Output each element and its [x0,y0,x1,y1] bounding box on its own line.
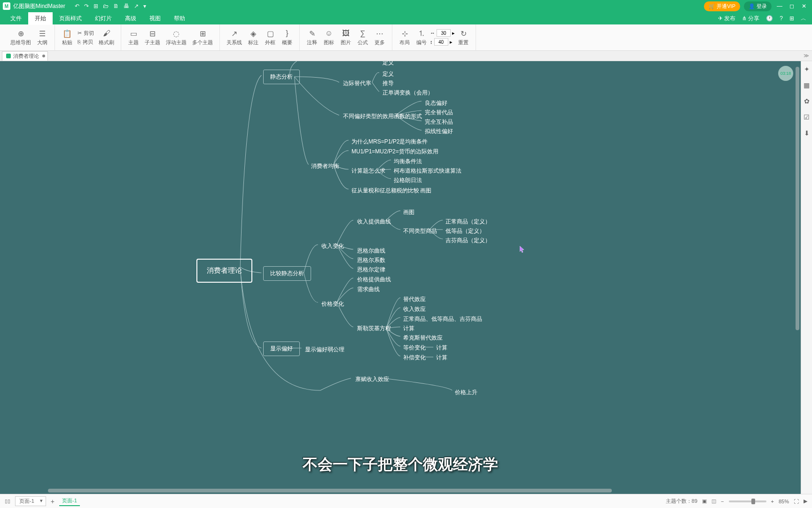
qat-dropdown-icon[interactable]: ▾ [143,3,146,9]
node[interactable]: 拉格朗日法 [391,175,425,186]
paste-button[interactable]: 📋粘贴 [59,29,76,46]
node[interactable]: 补偿变化 [400,352,429,363]
menu-view[interactable]: 视图 [143,12,167,25]
node[interactable]: 吉芬商品（定义） [443,235,493,246]
relation-button[interactable]: ↗关系线 [224,29,245,46]
zoom-slider[interactable] [729,500,766,502]
node[interactable]: 为什么MRS=P1/P2是均衡条件 [349,136,430,147]
number-button[interactable]: ⒈编号 [413,29,430,46]
floating-topic-button[interactable]: ◌浮动主题 [163,29,189,46]
width-input[interactable] [437,29,451,37]
zoom-thumb[interactable] [751,499,755,504]
outline-view-button[interactable]: ☰大纲 [34,29,51,46]
node-mrs[interactable]: 边际替代率 [340,78,374,89]
history-icon[interactable]: 🕐 [766,15,773,22]
publish-button[interactable]: ✈ 发布 [718,15,735,23]
more-button[interactable]: ⋯更多 [371,29,388,46]
ribbon-icon-button[interactable]: ☺图标 [320,29,337,46]
document-tab[interactable]: 消费者理论 [2,51,48,61]
boundary-button[interactable]: ▢外框 [262,29,279,46]
node-static-analysis[interactable]: 静态分析 [263,70,300,84]
node[interactable]: 征从量税和征总额税的比较 [349,185,422,196]
grid-icon[interactable]: ⊞ [789,15,794,22]
present-icon[interactable]: ▶ [804,498,807,504]
login-button[interactable]: 👤登录 [744,1,772,11]
share-button[interactable]: ⋔ 分享 [742,15,759,23]
icon-panel-icon[interactable]: ✿ [803,97,811,105]
node[interactable]: 不同类型商品 [400,226,440,237]
summary-button[interactable]: }概要 [279,29,296,46]
print-icon[interactable]: 🖶 [124,3,129,9]
help-icon[interactable]: ? [780,15,783,22]
page-tab-1[interactable]: 页面-1 [59,496,80,506]
scrollbar-thumb[interactable] [796,67,799,330]
formula-button[interactable]: ∑公式 [354,29,371,46]
add-page-button[interactable]: + [51,498,55,505]
node-utility-forms[interactable]: 不同偏好类型的效用函数的形式 [340,111,425,122]
node[interactable]: 画图 [400,207,417,218]
copy-button[interactable]: ⎘拷贝 [76,38,96,46]
horizontal-scrollbar[interactable] [1,488,795,493]
collapse-tabs-icon[interactable]: ≫ [804,53,809,59]
note-button[interactable]: ✎注释 [304,29,320,46]
close-icon[interactable]: ✕ [800,3,808,9]
style-panel-icon[interactable]: ✦ [803,65,811,73]
canvas[interactable]: 消费者理论 静态分析 比较静态分析 显示偏好 定义 边际替代率 定义 推导 正单… [0,61,801,494]
scrollbar-thumb[interactable] [48,489,612,492]
node-endowment[interactable]: 禀赋收入效应 [352,374,392,385]
subtopic-button[interactable]: ⊟子主题 [142,29,163,46]
stepper-icon[interactable]: ▸ [450,39,453,45]
page-panel-icon[interactable]: ▦ [803,81,811,89]
open-icon[interactable]: 🗁 [103,3,109,9]
menu-file[interactable]: 文件 [4,12,28,25]
cut-button[interactable]: ✂剪切 [76,29,96,37]
export-icon[interactable]: ↗ [134,3,139,9]
node[interactable]: 价格提供曲线 [354,274,394,285]
fit-page-icon[interactable]: ▣ [702,498,707,504]
menu-pagestyle[interactable]: 页面样式 [53,12,88,25]
node[interactable]: 收入效应 [400,304,429,315]
zoom-out-button[interactable]: − [721,499,724,504]
mindmap-view-button[interactable]: ⊕思维导图 [8,29,34,46]
topic-button[interactable]: ▭主题 [125,29,142,46]
new-icon[interactable]: ⊞ [94,3,98,9]
vertical-scrollbar[interactable] [795,62,800,488]
menu-slideshow[interactable]: 幻灯片 [88,12,118,25]
height-input[interactable] [434,38,448,46]
clipart-panel-icon[interactable]: ☑ [803,113,811,121]
zoom-in-button[interactable]: + [771,499,774,504]
node[interactable]: 恩格尔定律 [354,264,388,275]
menu-advanced[interactable]: 高级 [118,12,143,25]
page-list-icon[interactable]: ▯▯ [5,498,10,504]
node[interactable]: 画图 [417,185,434,196]
node[interactable]: 希克斯替代效应 [400,333,445,343]
node[interactable]: MU1/P1=MU2/P2=货币的边际效用 [349,146,441,157]
maximize-icon[interactable]: ◻ [788,3,796,9]
node[interactable]: 收入提供曲线 [354,216,394,227]
fullscreen-icon[interactable]: ⛶ [794,499,799,504]
minimize-icon[interactable]: — [775,3,784,9]
node[interactable]: 正单调变换（会用） [380,87,436,98]
node[interactable]: 拟线性偏好 [422,126,456,137]
node[interactable]: 计算 [433,352,450,363]
root-node[interactable]: 消费者理论 [196,259,252,283]
node[interactable]: 定义 [380,61,397,68]
layout-button[interactable]: ⊹布局 [396,29,413,46]
node[interactable]: 替代效应 [400,294,429,305]
collapse-ribbon-icon[interactable]: ︿ [801,15,806,23]
save-icon[interactable]: 🗎 [113,3,119,9]
redo-icon[interactable]: ↷ [84,3,89,9]
callout-button[interactable]: ◈标注 [245,29,262,46]
image-button[interactable]: 🖼图片 [337,29,354,46]
node-revealed-weak[interactable]: 显示偏好弱公理 [302,344,347,355]
node-slutsky[interactable]: 斯勒茨基方程 [354,323,394,334]
node-revealed-preference[interactable]: 显示偏好 [263,341,300,356]
node-price-up[interactable]: 价格上升 [452,387,480,398]
zoom-value[interactable]: 85% [779,499,789,504]
page-selector[interactable]: 页面-1 [15,496,46,506]
undo-icon[interactable]: ↶ [75,3,79,9]
menu-home[interactable]: 开始 [28,12,53,25]
menu-help[interactable]: 帮助 [167,12,192,25]
node-consumer-equilibrium[interactable]: 消费者均衡 [308,161,342,172]
export-panel-icon[interactable]: ⬇ [803,129,811,137]
